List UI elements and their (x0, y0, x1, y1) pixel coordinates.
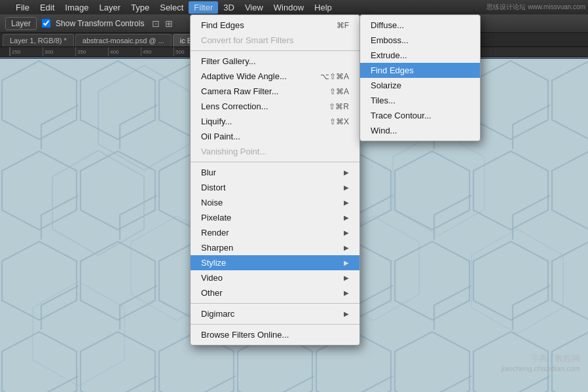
watermark-top: 思练设计论坛 www.missvuan.com (487, 3, 585, 12)
filter-menu-item-other[interactable]: Other ▶ (191, 285, 359, 300)
find-edges-sub-label: Find Edges (371, 65, 414, 75)
menu-sep-1 (191, 50, 359, 51)
trace-label: Trace Contour... (371, 111, 432, 120)
filter-menu-item-gallery[interactable]: Filter Gallery... (191, 54, 359, 69)
filter-menu-item-sharpen[interactable]: Sharpen ▶ (191, 240, 359, 255)
show-transform-label: Show Transform Controls (56, 19, 144, 28)
oilpaint-label: Oil Paint... (201, 132, 240, 141)
menu-item-edit[interactable]: Edit (35, 1, 60, 14)
noise-arrow: ▶ (344, 199, 349, 206)
menu-item-window[interactable]: Window (268, 1, 309, 14)
sharpen-label: Sharpen (201, 243, 233, 253)
show-transform-checkbox[interactable] (42, 19, 50, 27)
toolbar-icon-1[interactable]: ⊡ (152, 18, 160, 29)
stylize-submenu: Diffuse... Emboss... Extrude... Find Edg… (359, 14, 481, 141)
digimarc-arrow: ▶ (344, 310, 349, 317)
other-label: Other (201, 288, 223, 298)
digimarc-label: Digimarc (201, 309, 234, 319)
convert-label: Convert for Smart Filters (201, 35, 294, 45)
stylize-submenu-item-trace[interactable]: Trace Contour... (360, 108, 480, 123)
filter-menu-item-convert: Convert for Smart Filters (191, 33, 359, 48)
ruler-tick-250: 250 (10, 47, 43, 57)
toolbar-icon-2[interactable]: ⊞ (165, 18, 173, 29)
filter-menu-item-render[interactable]: Render ▶ (191, 225, 359, 240)
sharpen-arrow: ▶ (344, 244, 349, 251)
filter-menu-item-blur[interactable]: Blur ▶ (191, 165, 359, 180)
stylize-submenu-item-tiles[interactable]: Tiles... (360, 93, 480, 108)
filter-menu-item-lens[interactable]: Lens Correction... ⇧⌘R (191, 99, 359, 114)
menu-item-view[interactable]: View (240, 1, 268, 14)
noise-label: Noise (201, 198, 223, 207)
tiles-label: Tiles... (371, 96, 395, 105)
camera-label: Camera Raw Filter... (201, 86, 278, 96)
liquify-shortcut: ⇧⌘X (329, 117, 349, 126)
stylize-label: Stylize (201, 258, 226, 268)
filter-menu-item-stylize[interactable]: Stylize ▶ (191, 255, 359, 270)
diffuse-label: Diffuse... (371, 20, 404, 30)
vanishing-label: Vanishing Point... (201, 147, 266, 156)
watermark-line2: jiaocheng.chazidian.com (502, 365, 580, 372)
ruler-corner (0, 47, 10, 57)
filter-menu-item-video[interactable]: Video ▶ (191, 270, 359, 285)
emboss-label: Emboss... (371, 35, 409, 45)
menu-sep-3 (191, 303, 359, 304)
stylize-arrow: ▶ (344, 259, 349, 266)
render-label: Render (201, 228, 229, 238)
filter-menu-item-liquify[interactable]: Liquify... ⇧⌘X (191, 114, 359, 129)
filter-menu-item-noise[interactable]: Noise ▶ (191, 195, 359, 210)
stylize-submenu-item-solarize[interactable]: Solarize (360, 78, 480, 93)
menu-bar: File Edit Image Layer Type Select Filter… (0, 0, 588, 14)
filter-menu-item-browse[interactable]: Browse Filters Online... (191, 327, 359, 342)
gallery-label: Filter Gallery... (201, 56, 256, 66)
distort-label: Distort (201, 183, 226, 192)
render-arrow: ▶ (344, 229, 349, 236)
ruler-tick-450: 450 (141, 47, 174, 57)
menu-item-layer[interactable]: Layer (94, 1, 126, 14)
stylize-submenu-item-diffuse[interactable]: Diffuse... (360, 18, 480, 33)
filter-menu-item-vanishing: Vanishing Point... (191, 144, 359, 159)
menu-item-help[interactable]: Help (309, 1, 337, 14)
menu-item-image[interactable]: Image (60, 1, 94, 14)
distort-arrow: ▶ (344, 184, 349, 191)
stylize-submenu-item-extrude[interactable]: Extrude... (360, 48, 480, 63)
lens-label: Lens Correction... (201, 101, 268, 111)
menu-item-type[interactable]: Type (126, 1, 155, 14)
ruler-tick-350: 350 (75, 47, 108, 57)
video-label: Video (201, 273, 223, 283)
tab-mosaic[interactable]: abstract-mosaic.psd @ ... (75, 34, 172, 46)
watermark-bottom: 字典 | 教程网 jiaocheng.chazidian.com (502, 353, 580, 372)
menu-item-3d[interactable]: 3D (218, 1, 240, 14)
find-edges-label: Find Edges (201, 20, 244, 30)
filter-dropdown-menu: Find Edges ⌘F Convert for Smart Filters … (190, 14, 360, 346)
pixelate-arrow: ▶ (344, 214, 349, 221)
video-arrow: ▶ (344, 274, 349, 281)
blur-arrow: ▶ (344, 169, 349, 176)
filter-menu-item-oilpaint[interactable]: Oil Paint... (191, 129, 359, 144)
other-arrow: ▶ (344, 289, 349, 296)
stylize-submenu-item-emboss[interactable]: Emboss... (360, 33, 480, 48)
menu-sep-4 (191, 324, 359, 325)
menu-item-select[interactable]: Select (155, 1, 189, 14)
filter-menu-item-distort[interactable]: Distort ▶ (191, 180, 359, 195)
menu-item-ps[interactable] (3, 6, 10, 9)
browse-label: Browse Filters Online... (201, 330, 289, 340)
adaptive-label: Adaptive Wide Angle... (201, 71, 287, 81)
menu-item-file[interactable]: File (10, 1, 35, 14)
filter-menu-item-digimarc[interactable]: Digimarc ▶ (191, 306, 359, 321)
extrude-label: Extrude... (371, 50, 407, 60)
filter-menu-item-pixelate[interactable]: Pixelate ▶ (191, 210, 359, 225)
filter-menu-item-find-edges[interactable]: Find Edges ⌘F (191, 18, 359, 33)
stylize-submenu-item-find-edges[interactable]: Find Edges (360, 63, 480, 78)
filter-menu-item-camera[interactable]: Camera Raw Filter... ⇧⌘A (191, 84, 359, 99)
lens-shortcut: ⇧⌘R (329, 102, 349, 111)
find-edges-shortcut: ⌘F (337, 21, 349, 30)
menu-item-filter[interactable]: Filter (189, 1, 218, 14)
filter-menu-item-adaptive[interactable]: Adaptive Wide Angle... ⌥⇧⌘A (191, 69, 359, 84)
stylize-submenu-item-wind[interactable]: Wind... (360, 123, 480, 138)
tab-layer1[interactable]: Layer 1, RGB/8) * (3, 34, 74, 46)
wind-label: Wind... (371, 126, 397, 135)
blur-label: Blur (201, 168, 216, 177)
layer-dropdown[interactable]: Layer (5, 17, 37, 30)
ruler-tick-300: 300 (43, 47, 75, 57)
watermark-line1: 字典 | 教程网 (502, 353, 580, 365)
